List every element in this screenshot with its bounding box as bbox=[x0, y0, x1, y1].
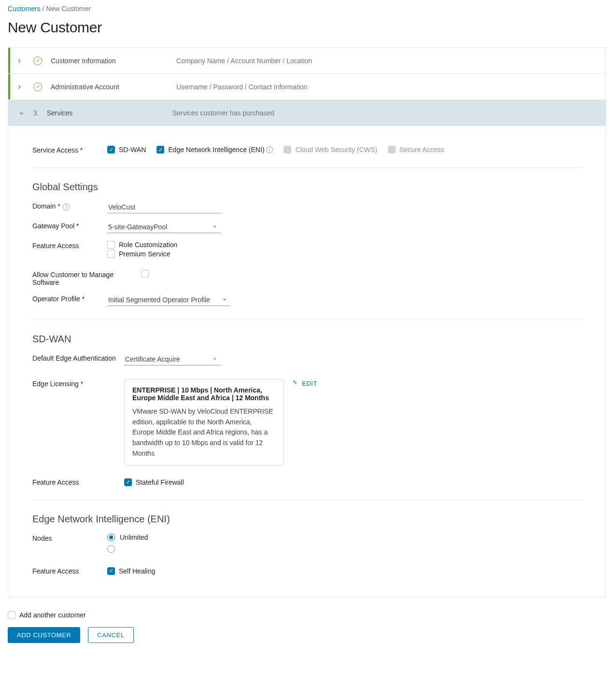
step-customer-info[interactable]: Customer Information Company Name / Acco… bbox=[8, 48, 606, 73]
checkbox-sdwan[interactable]: SD-WAN bbox=[107, 146, 146, 154]
service-access-label: Service Access bbox=[32, 145, 107, 154]
eni-heading: Edge Network Intelligence (ENI) bbox=[32, 514, 582, 525]
add-customer-button[interactable]: ADD CUSTOMER bbox=[8, 627, 80, 643]
checkbox-role-customization[interactable]: Role Customization bbox=[107, 241, 177, 249]
edit-license-link[interactable]: EDIT bbox=[292, 380, 317, 387]
step-admin-account[interactable]: Administrative Account Username / Passwo… bbox=[8, 74, 606, 99]
checkbox-secure-access: Secure Access bbox=[388, 146, 444, 154]
cancel-button[interactable]: CANCEL bbox=[88, 627, 133, 643]
info-icon[interactable] bbox=[63, 204, 70, 210]
manage-software-label: Allow Customer to Manage Software bbox=[32, 270, 141, 286]
gateway-pool-label: Gateway Pool bbox=[32, 221, 107, 230]
checkbox-premium-service[interactable]: Premium Service bbox=[107, 250, 171, 258]
pencil-icon bbox=[292, 380, 299, 387]
eni-feature-label: Feature Access bbox=[32, 566, 107, 575]
checkbox-eni[interactable]: Edge Network Intelligence (ENI) bbox=[157, 146, 273, 154]
step-services[interactable]: 3. Services Services customer has purcha… bbox=[8, 100, 606, 126]
radio-nodes-custom[interactable] bbox=[107, 545, 148, 553]
breadcrumb-root-link[interactable]: Customers bbox=[8, 5, 41, 13]
chevron-right-icon bbox=[18, 56, 26, 66]
step-title: Services bbox=[47, 109, 172, 117]
step-title: Administrative Account bbox=[51, 83, 176, 91]
edge-auth-select[interactable]: Certificate Acquire bbox=[124, 353, 221, 365]
check-circle-icon bbox=[33, 56, 42, 65]
global-settings-heading: Global Settings bbox=[32, 182, 582, 193]
operator-profile-select[interactable]: Initial Segmented Operator Profile bbox=[107, 294, 230, 306]
license-card: ENTERPRISE | 10 Mbps | North America, Eu… bbox=[124, 379, 284, 466]
checkbox-manage-software[interactable] bbox=[141, 270, 153, 278]
info-icon[interactable] bbox=[266, 146, 273, 153]
checkbox-self-healing[interactable]: Self Healing bbox=[107, 567, 156, 575]
feature-access-label: Feature Access bbox=[32, 241, 107, 250]
operator-profile-label: Operator Profile bbox=[32, 294, 107, 303]
checkbox-add-another[interactable]: Add another customer bbox=[8, 611, 86, 619]
breadcrumb-current: New Customer bbox=[46, 5, 91, 13]
services-panel: Service Access SD-WAN Edge Network Intel… bbox=[8, 126, 606, 597]
radio-nodes-unlimited[interactable]: Unlimited bbox=[107, 533, 148, 541]
domain-label: Domain bbox=[32, 201, 107, 210]
page-title: New Customer bbox=[8, 19, 606, 36]
sdwan-heading: SD-WAN bbox=[32, 334, 582, 345]
wizard-accordion: Customer Information Company Name / Acco… bbox=[8, 47, 606, 598]
nodes-label: Nodes bbox=[32, 533, 107, 542]
step-title: Customer Information bbox=[51, 57, 176, 65]
step-desc: Services customer has purchased bbox=[172, 109, 274, 117]
license-body: VMware SD-WAN by VeloCloud ENTERPRISE ed… bbox=[132, 406, 275, 459]
step-number: 3. bbox=[33, 109, 39, 117]
chevron-right-icon bbox=[18, 82, 26, 92]
chevron-down-icon bbox=[18, 108, 26, 118]
edge-auth-label: Default Edge Authentication bbox=[32, 353, 124, 362]
checkbox-cws: Cloud Web Security (CWS) bbox=[284, 146, 377, 154]
step-desc: Username / Password / Contact Informatio… bbox=[176, 83, 308, 91]
domain-input[interactable] bbox=[107, 201, 221, 213]
check-circle-icon bbox=[33, 83, 42, 91]
gateway-pool-select[interactable]: 5-site-GatewayPool bbox=[107, 221, 221, 233]
sdwan-feature-label: Feature Access bbox=[32, 477, 124, 486]
edge-licensing-label: Edge Licensing bbox=[32, 379, 124, 388]
breadcrumb: Customers / New Customer bbox=[8, 4, 606, 16]
checkbox-stateful-firewall[interactable]: Stateful Firewall bbox=[124, 478, 184, 486]
footer: Add another customer ADD CUSTOMER CANCEL bbox=[8, 611, 606, 643]
license-title: ENTERPRISE | 10 Mbps | North America, Eu… bbox=[132, 386, 275, 402]
step-desc: Company Name / Account Number / Location bbox=[176, 57, 312, 65]
